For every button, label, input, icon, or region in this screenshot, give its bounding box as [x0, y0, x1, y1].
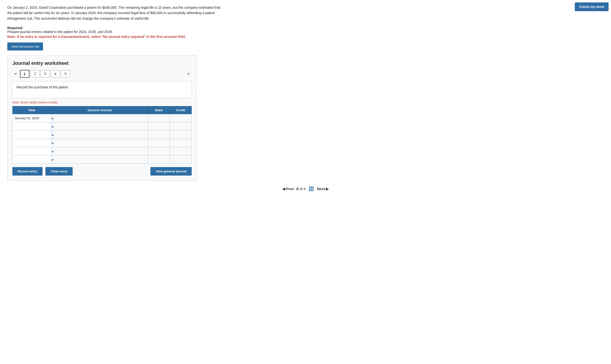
journal-input-4[interactable] — [52, 139, 148, 147]
journal-cell-2[interactable] — [52, 122, 148, 131]
debit-cell-4[interactable] — [148, 139, 170, 147]
tab-navigation: < 1 2 3 4 5 > — [12, 70, 192, 78]
page-info: 8 of 9 — [296, 187, 306, 191]
table-row — [13, 156, 192, 164]
credit-cell-1[interactable] — [170, 114, 192, 122]
next-button[interactable]: Next ▶ — [317, 187, 329, 191]
table-row — [13, 147, 192, 156]
instruction-box: Record the purchase of the patent. — [12, 81, 192, 98]
date-cell-6 — [13, 156, 52, 164]
required-section: Required: Prepare journal entries relate… — [7, 26, 604, 39]
debit-input-3[interactable] — [148, 131, 170, 139]
of-label: of — [300, 187, 303, 191]
debit-input-4[interactable] — [148, 139, 170, 147]
record-entry-button[interactable]: Record entry — [12, 167, 42, 176]
debit-cell-2[interactable] — [148, 122, 170, 131]
debit-cell-6[interactable] — [148, 156, 170, 164]
date-cell-5 — [13, 147, 52, 156]
required-label: Required: — [7, 26, 23, 30]
check-my-work-button[interactable]: Check my work — [575, 2, 609, 11]
note-red: Note: If no entry is required for a tran… — [7, 35, 604, 39]
journal-cell-6[interactable] — [52, 156, 148, 164]
tab-3[interactable]: 3 — [40, 70, 50, 78]
credit-input-4[interactable] — [170, 139, 191, 147]
clear-entry-button[interactable]: Clear entry — [45, 167, 73, 176]
journal-cell-5[interactable] — [52, 147, 148, 156]
total-pages: 9 — [304, 187, 306, 191]
journal-cell-3[interactable] — [52, 131, 148, 139]
col-header-credit: Credit — [170, 106, 192, 114]
view-general-journal-button[interactable]: View general journal — [150, 167, 192, 176]
problem-description: On January 2, 2024, David Corporation pu… — [7, 5, 226, 21]
debit-input-6[interactable] — [148, 156, 170, 163]
credit-input-6[interactable] — [170, 156, 191, 163]
current-page: 8 — [296, 187, 298, 191]
col-header-journal: General Journal — [52, 106, 148, 114]
tab-5[interactable]: 5 — [61, 70, 70, 78]
credit-cell-2[interactable] — [170, 122, 192, 131]
tab-2[interactable]: 2 — [30, 70, 40, 78]
journal-entry-worksheet: Journal entry worksheet < 1 2 3 4 5 > Re… — [7, 55, 197, 181]
problem-text: On January 2, 2024, David Corporation pu… — [7, 5, 226, 21]
tab-prev-arrow[interactable]: < — [12, 70, 19, 78]
debit-input-2[interactable] — [148, 122, 170, 130]
table-row: January 02, 2024 — [13, 114, 192, 122]
journal-cell-1[interactable] — [52, 114, 148, 122]
debit-input-1[interactable] — [148, 114, 170, 122]
action-buttons: Record entry Clear entry View general jo… — [12, 167, 192, 176]
col-header-date: Date — [13, 106, 52, 114]
credit-input-3[interactable] — [170, 131, 191, 139]
journal-table: Date General Journal Debit Credit Januar… — [12, 106, 192, 164]
view-transaction-list-button[interactable]: View transaction list — [7, 42, 43, 51]
note-debits: Note: Enter debits before credits. — [12, 101, 192, 104]
tab-4[interactable]: 4 — [51, 70, 60, 78]
credit-input-5[interactable] — [170, 147, 191, 155]
tab-1[interactable]: 1 — [20, 70, 30, 78]
pagination: ◀ Prev 8 of 9 Next ▶ — [7, 186, 604, 191]
grid-icon[interactable] — [309, 186, 314, 191]
debit-cell-5[interactable] — [148, 147, 170, 156]
credit-input-2[interactable] — [170, 122, 191, 130]
debit-input-5[interactable] — [148, 147, 170, 155]
date-cell-2 — [13, 122, 52, 131]
credit-input-1[interactable] — [170, 114, 191, 122]
prev-button[interactable]: ◀ Prev — [282, 187, 294, 191]
credit-cell-6[interactable] — [170, 156, 192, 164]
table-row — [13, 131, 192, 139]
date-cell-4 — [13, 139, 52, 147]
instruction-text: Record the purchase of the patent. — [16, 85, 69, 89]
journal-input-5[interactable] — [52, 147, 148, 155]
credit-cell-5[interactable] — [170, 147, 192, 156]
required-text: Prepare journal entries related to the p… — [7, 30, 113, 34]
table-row — [13, 139, 192, 147]
journal-input-2[interactable] — [52, 122, 148, 130]
journal-cell-4[interactable] — [52, 139, 148, 147]
debit-cell-1[interactable] — [148, 114, 170, 122]
credit-cell-3[interactable] — [170, 131, 192, 139]
journal-input-6[interactable] — [52, 156, 148, 163]
journal-input-3[interactable] — [52, 131, 148, 139]
col-header-debit: Debit — [148, 106, 170, 114]
table-row — [13, 122, 192, 131]
date-cell-1: January 02, 2024 — [13, 114, 52, 122]
worksheet-title: Journal entry worksheet — [12, 61, 192, 66]
credit-cell-4[interactable] — [170, 139, 192, 147]
date-cell-3 — [13, 131, 52, 139]
debit-cell-3[interactable] — [148, 131, 170, 139]
tab-next-arrow[interactable]: > — [185, 70, 192, 78]
journal-input-1[interactable] — [52, 114, 148, 122]
